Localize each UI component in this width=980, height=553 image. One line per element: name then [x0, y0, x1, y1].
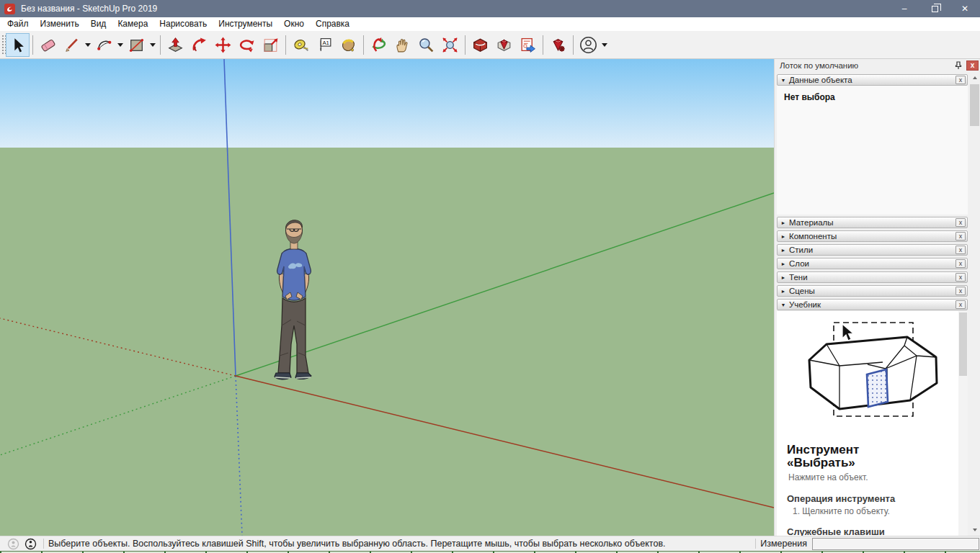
toolbar-separator — [465, 35, 466, 55]
tray-scrollbar[interactable] — [969, 72, 980, 536]
panel-header-layers[interactable]: ► Слои x — [777, 258, 968, 269]
main-area: Лоток по умолчанию x ▼ Данные объекта x … — [0, 59, 980, 536]
extension-warehouse-button[interactable] — [492, 33, 516, 57]
panel-close-button[interactable]: x — [956, 259, 966, 268]
pin-icon — [955, 61, 962, 70]
pencil-icon — [63, 36, 81, 54]
push-pull-tool-button[interactable] — [164, 33, 187, 57]
text-a1-icon: A1 — [316, 36, 334, 54]
3d-warehouse-icon — [471, 36, 489, 54]
3d-warehouse-button[interactable] — [468, 33, 492, 57]
panel-header-entity-info[interactable]: ▼ Данные объекта x — [777, 74, 968, 86]
geolocation-icon[interactable] — [6, 536, 20, 551]
tray-close-button[interactable]: x — [966, 60, 979, 71]
chevron-right-icon: ► — [778, 220, 789, 225]
extension-warehouse-icon — [495, 36, 513, 54]
instructor-scrollbar[interactable] — [958, 311, 968, 536]
chevron-down-icon: ▼ — [778, 302, 789, 307]
rectangle-tool-dropdown[interactable] — [148, 33, 157, 57]
panel-header-shadows[interactable]: ► Тени x — [777, 271, 968, 283]
tape-measure-tool-button[interactable] — [289, 33, 313, 57]
panel-header-styles[interactable]: ► Стили x — [777, 244, 968, 256]
menu-camera[interactable]: Камера — [112, 17, 153, 31]
rectangle-tool-button[interactable] — [125, 33, 148, 57]
panel-close-button[interactable]: x — [956, 232, 966, 240]
chevron-down-icon: ▼ — [778, 78, 789, 83]
statusbar-separator — [43, 539, 44, 549]
send-to-layout-button[interactable] — [516, 33, 540, 57]
red-axis-dotted — [0, 318, 236, 376]
instructor-content: Инструмент «Выбрать» Нажмите на объект. … — [777, 311, 958, 536]
orbit-tool-button[interactable] — [367, 33, 391, 57]
panel-close-button[interactable]: x — [956, 246, 966, 254]
tray-title-bar: Лоток по умолчанию x — [775, 59, 980, 72]
statusbar-separator — [755, 539, 756, 549]
arc-tool-button[interactable] — [92, 33, 116, 57]
restore-button[interactable] — [919, 0, 950, 17]
panel-label: Компоненты — [789, 232, 956, 240]
panel-header-components[interactable]: ► Компоненты x — [777, 230, 968, 242]
zoom-extents-tool-button[interactable] — [438, 33, 462, 57]
sketchup-logo-icon — [4, 4, 15, 14]
panel-header-instructor[interactable]: ▼ Учебник x — [777, 299, 968, 310]
panel-close-button[interactable]: x — [956, 76, 966, 84]
arc-tool-dropdown[interactable] — [116, 33, 125, 57]
eraser-tool-button[interactable] — [36, 33, 60, 57]
3d-viewport[interactable] — [0, 59, 774, 536]
move-tool-button[interactable] — [211, 33, 235, 57]
measurements-input[interactable] — [812, 538, 979, 550]
arc-icon — [95, 36, 113, 54]
toolbar-separator — [363, 35, 364, 55]
push-pull-icon — [166, 36, 184, 54]
pan-tool-button[interactable] — [391, 33, 414, 57]
line-tool-button[interactable] — [60, 33, 84, 57]
line-tool-dropdown[interactable] — [84, 33, 92, 57]
scroll-down-arrow-icon[interactable] — [969, 524, 980, 536]
menu-edit[interactable]: Изменить — [35, 17, 85, 31]
eraser-icon — [39, 36, 57, 54]
rectangle-icon — [128, 36, 146, 54]
tray-scrollbar-thumb[interactable] — [970, 84, 979, 126]
instructor-title: Инструмент «Выбрать» — [787, 444, 958, 470]
minimize-button[interactable]: – — [889, 0, 919, 17]
tray-title: Лоток по умолчанию — [780, 61, 953, 70]
follow-me-tool-button[interactable] — [187, 33, 211, 57]
zoom-tool-button[interactable] — [414, 33, 438, 57]
menu-draw[interactable]: Нарисовать — [153, 17, 213, 31]
panel-close-button[interactable]: x — [956, 273, 966, 282]
panel-close-button[interactable]: x — [956, 287, 966, 295]
red-axis-solid — [236, 376, 774, 508]
auto-hide-pin-button[interactable] — [953, 60, 964, 71]
rotate-tool-button[interactable] — [235, 33, 259, 57]
panel-header-materials[interactable]: ► Материалы x — [777, 217, 968, 228]
instructor-scrollbar-thumb[interactable] — [959, 313, 967, 376]
scale-tool-button[interactable] — [259, 33, 282, 57]
select-tool-button[interactable] — [6, 33, 30, 57]
paint-bucket-tool-button[interactable] — [337, 33, 360, 57]
extension-manager-button[interactable] — [546, 33, 570, 57]
window-title: Без названия - SketchUp Pro 2019 — [21, 4, 157, 14]
menu-file[interactable]: Файл — [1, 17, 35, 31]
extension-manager-icon — [549, 36, 567, 54]
scale-figure-person[interactable] — [258, 212, 327, 386]
account-button[interactable] — [576, 33, 600, 57]
menu-tools[interactable]: Инструменты — [213, 17, 278, 31]
menu-help[interactable]: Справка — [310, 17, 355, 31]
panel-close-button[interactable]: x — [956, 218, 966, 227]
scroll-up-arrow-icon[interactable] — [969, 72, 980, 84]
text-tool-button[interactable]: A1 — [313, 33, 337, 57]
account-dropdown[interactable] — [600, 33, 609, 57]
panel-header-scenes[interactable]: ► Сцены x — [777, 285, 968, 297]
scale-icon — [262, 36, 280, 54]
panel-label: Материалы — [789, 218, 956, 227]
panel-close-button[interactable]: x — [956, 300, 966, 309]
toolbar-grip[interactable] — [1, 34, 6, 55]
menu-window[interactable]: Окно — [278, 17, 310, 31]
close-button[interactable]: ✕ — [950, 0, 980, 17]
paint-bucket-icon — [339, 36, 357, 54]
menu-view[interactable]: Вид — [85, 17, 112, 31]
claim-credit-icon[interactable] — [23, 536, 37, 551]
restore-icon — [932, 6, 938, 12]
instructor-operation-title: Операция инструмента — [787, 493, 958, 504]
chevron-right-icon: ► — [778, 234, 789, 239]
